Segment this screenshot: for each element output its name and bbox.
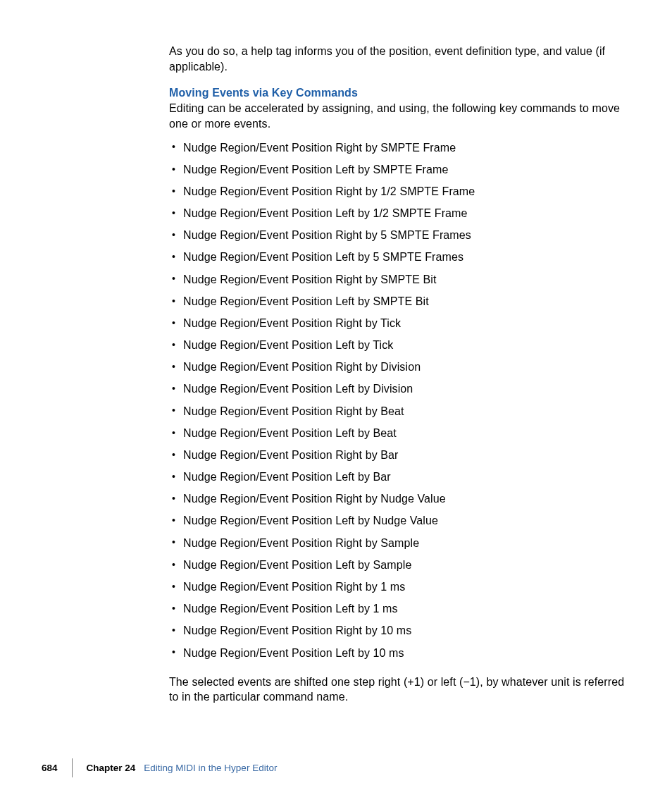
list-item: Nudge Region/Event Position Left by 5 SM… <box>178 247 626 269</box>
list-item: Nudge Region/Event Position Right by 1 m… <box>178 577 626 598</box>
page-footer: 684 Chapter 24 Editing MIDI in the Hyper… <box>0 758 672 777</box>
list-item: Nudge Region/Event Position Right by Bar <box>178 445 626 467</box>
list-item: Nudge Region/Event Position Right by Sam… <box>178 532 626 554</box>
list-item: Nudge Region/Event Position Right by Nud… <box>178 488 626 510</box>
section-heading: Moving Events via Key Commands <box>169 87 626 99</box>
list-item: Nudge Region/Event Position Right by 5 S… <box>178 225 626 247</box>
list-item: Nudge Region/Event Position Left by Bar <box>178 467 626 488</box>
list-item: Nudge Region/Event Position Left by 1/2 … <box>178 203 626 225</box>
list-item: Nudge Region/Event Position Left by 1 ms <box>178 598 626 620</box>
list-item: Nudge Region/Event Position Left by Beat <box>178 423 626 445</box>
list-item: Nudge Region/Event Position Right by Tic… <box>178 313 626 335</box>
list-item: Nudge Region/Event Position Right by 1/2… <box>178 181 626 203</box>
list-item: Nudge Region/Event Position Right by SMP… <box>178 269 626 290</box>
bullet-list: Nudge Region/Event Position Right by SMP… <box>169 137 626 664</box>
page-number: 684 <box>42 763 58 773</box>
list-item: Nudge Region/Event Position Left by Nudg… <box>178 510 626 532</box>
list-item: Nudge Region/Event Position Right by SMP… <box>178 137 626 159</box>
list-item: Nudge Region/Event Position Left by 10 m… <box>178 642 626 664</box>
chapter-title: Editing MIDI in the Hyper Editor <box>144 763 277 773</box>
intro-paragraph: As you do so, a help tag informs you of … <box>169 44 626 74</box>
list-item: Nudge Region/Event Position Left by SMPT… <box>178 291 626 313</box>
list-item: Nudge Region/Event Position Left by SMPT… <box>178 159 626 181</box>
document-page: As you do so, a help tag informs you of … <box>0 0 672 807</box>
footer-divider <box>72 758 73 777</box>
list-item: Nudge Region/Event Position Right by Div… <box>178 357 626 378</box>
list-item: Nudge Region/Event Position Left by Divi… <box>178 378 626 400</box>
subintro-paragraph: Editing can be accelerated by assigning,… <box>169 101 626 131</box>
list-item: Nudge Region/Event Position Right by 10 … <box>178 620 626 642</box>
list-item: Nudge Region/Event Position Left by Samp… <box>178 555 626 577</box>
outro-paragraph: The selected events are shifted one step… <box>169 674 626 705</box>
list-item: Nudge Region/Event Position Right by Bea… <box>178 400 626 422</box>
chapter-label: Chapter 24 <box>87 763 136 773</box>
list-item: Nudge Region/Event Position Left by Tick <box>178 335 626 357</box>
